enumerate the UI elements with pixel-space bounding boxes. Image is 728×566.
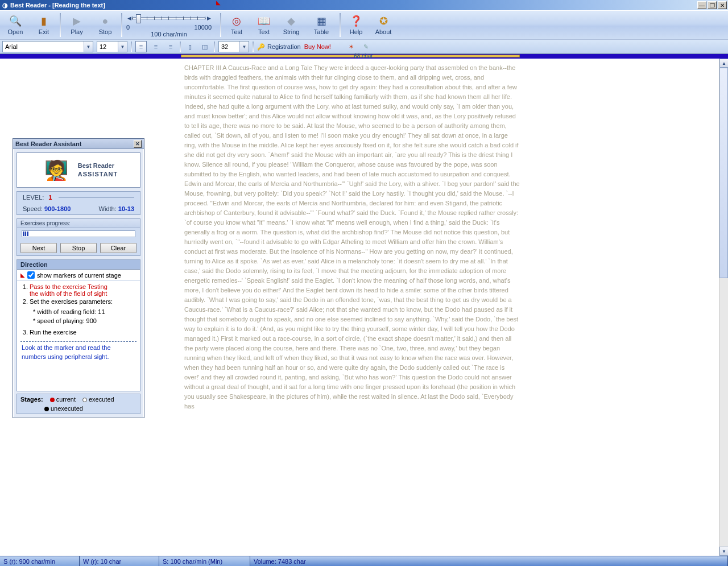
scroll-down-button[interactable]: ▼ bbox=[719, 547, 728, 556]
level-label: LEVEL: bbox=[23, 194, 44, 201]
align-left-button[interactable]: ≡ bbox=[135, 41, 147, 52]
progress-bar bbox=[22, 230, 135, 237]
direction-step-1: Pass to the exercise Testing the width o… bbox=[30, 283, 135, 297]
fontsize-combo[interactable]: 12▼ bbox=[97, 41, 127, 52]
direction-step-2: Set the exercises parameters: bbox=[30, 298, 135, 305]
registration-link[interactable]: 🔑 Registration bbox=[257, 43, 301, 51]
align-center-button[interactable]: ≡ bbox=[150, 41, 162, 52]
status-width-r: W (r): 10 char bbox=[80, 556, 159, 566]
speed-value: 900-1800 bbox=[44, 205, 71, 212]
next-button[interactable]: Next bbox=[20, 243, 57, 253]
font-combo[interactable]: Arial▼ bbox=[2, 41, 93, 52]
direction-hint: Look at the marker and read the bbox=[22, 344, 135, 351]
table-button[interactable]: ▦ Table bbox=[305, 12, 338, 38]
level-section: LEVEL: 1 Speed: 900-1800 Width: 10-13 bbox=[16, 191, 140, 215]
slider-right-icon[interactable]: ▶ bbox=[206, 15, 212, 21]
show-markers-label: show markers of current stage bbox=[37, 272, 121, 279]
open-button[interactable]: 🔍 Open bbox=[1, 12, 30, 38]
slider-min: 0 bbox=[126, 24, 130, 31]
direction-section: Direction ◣ show markers of current stag… bbox=[16, 259, 140, 391]
workspace: CHAPTER III A Caucus-Race and a Long Tal… bbox=[0, 59, 728, 556]
separator bbox=[60, 13, 61, 37]
string-icon: ◆ bbox=[285, 15, 297, 27]
wand-tool-button[interactable]: ✎ bbox=[361, 41, 372, 52]
assistant-titlebar[interactable]: Best Reader Assistant ✕ bbox=[13, 139, 144, 149]
reading-text: CHAPTER III A Caucus-Race and a Long Tal… bbox=[184, 63, 520, 411]
direction-step-3: Run the exercise bbox=[30, 329, 135, 336]
stop-assistant-button[interactable]: Stop bbox=[60, 243, 97, 253]
scroll-thumb[interactable] bbox=[719, 68, 728, 278]
line-combo[interactable]: 32▼ bbox=[218, 41, 249, 52]
app-icon: ◑ bbox=[2, 2, 8, 9]
width-value: 10-13 bbox=[118, 205, 134, 212]
target-icon: ◎ bbox=[230, 15, 243, 27]
format-toolbar: Arial▼ 12▼ ≡ ≡ ≡ ▯ ◫ 32▼ 🔑 Registration … bbox=[0, 39, 728, 54]
exit-button[interactable]: ▮ Exit bbox=[30, 12, 58, 38]
star-tool-button[interactable]: ✶ bbox=[346, 41, 357, 52]
slider-max: 10000 bbox=[194, 24, 212, 31]
restore-button[interactable]: ❐ bbox=[708, 1, 717, 9]
test-button[interactable]: ◎ Test bbox=[223, 12, 250, 38]
magnifier-icon: 🔍 bbox=[9, 15, 22, 27]
layout-split-button[interactable]: ◫ bbox=[199, 41, 210, 52]
separator bbox=[340, 13, 341, 37]
slider-left-icon[interactable]: ◀ bbox=[126, 15, 132, 21]
help-button[interactable]: ❓ Help bbox=[342, 12, 370, 38]
chevron-down-icon[interactable]: ▼ bbox=[239, 42, 249, 52]
close-button[interactable]: ✕ bbox=[718, 1, 727, 9]
stop-button[interactable]: ● Stop bbox=[91, 12, 119, 38]
about-button[interactable]: ✪ About bbox=[370, 12, 397, 38]
pin-icon: ◣ bbox=[20, 272, 25, 278]
buy-now-link[interactable]: Buy Now! bbox=[304, 43, 331, 50]
direction-hint: numbers using peripheral sight. bbox=[22, 353, 135, 360]
assistant-close-button[interactable]: ✕ bbox=[134, 140, 142, 148]
status-speed-r: S (r): 900 char/min bbox=[0, 556, 80, 566]
string-button[interactable]: ◆ String bbox=[278, 12, 305, 38]
assistant-banner: 🧑‍🏫 Best Reader ASSISTANT bbox=[16, 152, 140, 188]
status-speed-min: S: 100 char/min (Min) bbox=[159, 556, 250, 566]
separator bbox=[121, 13, 122, 37]
speed-slider[interactable]: ◀ ▶ 0 10000 100 char/min bbox=[123, 11, 215, 39]
slider-caption: 100 char/min bbox=[151, 31, 187, 38]
align-right-button[interactable]: ≡ bbox=[165, 41, 176, 52]
key-icon: 🔑 bbox=[257, 43, 265, 51]
table-icon: ▦ bbox=[315, 15, 328, 27]
stop-icon: ● bbox=[99, 15, 111, 27]
book-icon: 📖 bbox=[258, 15, 270, 27]
chevron-down-icon[interactable]: ▼ bbox=[118, 42, 127, 52]
status-volume: Volume: 7483 char bbox=[250, 556, 728, 566]
show-markers-checkbox[interactable] bbox=[27, 271, 35, 279]
play-icon: ▶ bbox=[71, 15, 83, 27]
pin-icon: ◣ bbox=[216, 0, 221, 28]
stages-legend: Stages: current executed unexecuted bbox=[16, 394, 140, 414]
layout-single-button[interactable]: ▯ bbox=[184, 41, 196, 52]
progress-label: Exercises progress: bbox=[17, 219, 140, 228]
level-value: 1 bbox=[48, 194, 52, 201]
status-bar: S (r): 900 char/min W (r): 10 char S: 10… bbox=[0, 556, 728, 566]
chevron-down-icon[interactable]: ▼ bbox=[84, 42, 93, 52]
scroll-up-button[interactable]: ▲ bbox=[719, 59, 728, 68]
window-title: Best Reader - [Reading the text] bbox=[10, 2, 105, 9]
vertical-scrollbar[interactable]: ▲ ▼ bbox=[719, 59, 728, 556]
width-indicator-bar: 68 char. bbox=[0, 54, 728, 59]
help-icon: ❓ bbox=[350, 15, 362, 27]
minimize-button[interactable]: — bbox=[697, 1, 706, 9]
text-button[interactable]: 📖 Text bbox=[250, 12, 278, 38]
window-titlebar: ◑ Best Reader - [Reading the text] — ❐ ✕ bbox=[0, 0, 728, 10]
assistant-art-icon: 🧑‍🏫 bbox=[39, 156, 73, 184]
progress-section: Exercises progress: Next Stop Clear bbox=[16, 218, 140, 256]
assistant-panel: Best Reader Assistant ✕ 🧑‍🏫 Best Reader … bbox=[13, 138, 144, 418]
clear-button[interactable]: Clear bbox=[100, 243, 136, 253]
reading-field-marker bbox=[181, 55, 520, 57]
main-toolbar: 🔍 Open ▮ Exit ▶ Play ● Stop ◀ ▶ 0 bbox=[0, 10, 728, 39]
slider-thumb[interactable] bbox=[136, 14, 141, 23]
door-icon: ▮ bbox=[38, 15, 50, 27]
about-icon: ✪ bbox=[377, 15, 390, 27]
play-button[interactable]: ▶ Play bbox=[63, 12, 91, 38]
